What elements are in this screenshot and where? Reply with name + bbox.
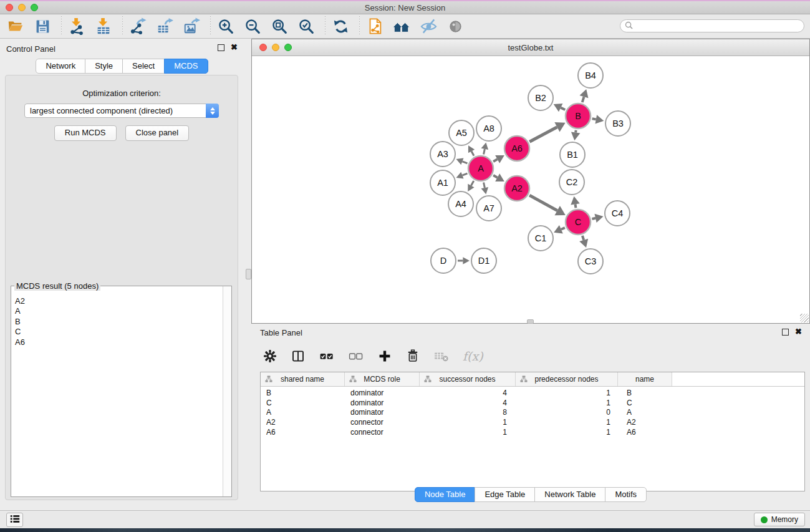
result-list-scrollbar[interactable] (223, 286, 231, 496)
table-row[interactable]: Cdominator41C (261, 399, 804, 409)
column-header-successor-nodes[interactable]: successor nodes (420, 372, 516, 386)
column-header-label: predecessor nodes (534, 375, 598, 384)
network-canvas[interactable]: AA1A2A3A4A5A6A7A8BB1B2B3B4CC1C2C3C4DD1 (252, 56, 809, 323)
table-tab-edge-table[interactable]: Edge Table (475, 487, 535, 502)
table-toolbar: f(x) (263, 344, 483, 368)
column-header-predecessor-nodes[interactable]: predecessor nodes (516, 372, 618, 386)
result-item[interactable]: A6 (15, 337, 223, 347)
edge-B-B2[interactable] (561, 108, 565, 110)
toolbar-search-field[interactable] (620, 19, 804, 32)
shared-column-icon (349, 375, 357, 383)
edge-arrowhead (463, 257, 470, 264)
column-header-name[interactable]: name (618, 372, 672, 386)
table-row[interactable]: A6connector11A6 (261, 428, 804, 438)
edge-A-A5[interactable] (471, 152, 474, 156)
zoom-selected-button[interactable] (297, 17, 316, 36)
tab-mcds[interactable]: MCDS (164, 59, 208, 74)
edge-A-A2[interactable] (493, 175, 498, 178)
graph-node-label-A1: A1 (437, 178, 448, 188)
edge-B-B1[interactable] (576, 130, 576, 133)
export-network-button[interactable] (128, 17, 147, 36)
control-panel-title: Control Panel (6, 44, 55, 54)
edge-C-C4[interactable] (592, 218, 595, 219)
open-file-button[interactable] (6, 17, 25, 36)
left-splitter-handle[interactable] (246, 269, 251, 279)
search-input[interactable] (635, 21, 804, 31)
save-session-button[interactable] (33, 17, 52, 36)
edge-A-A8[interactable] (484, 149, 485, 155)
unselect-all-columns-icon[interactable] (348, 349, 364, 364)
add-column-icon[interactable] (377, 349, 392, 364)
result-item[interactable]: A (15, 306, 223, 316)
zoom-fit-button[interactable] (270, 17, 289, 36)
memory-button[interactable]: Memory (754, 513, 805, 526)
float-panel-icon[interactable] (218, 44, 224, 51)
export-image-button[interactable] (182, 17, 201, 36)
edge-A2-C[interactable] (529, 195, 557, 211)
eye-slash-icon (420, 17, 438, 36)
bottom-splitter-handle[interactable] (527, 319, 534, 324)
criterion-value: largest connected component (directed) (25, 106, 173, 115)
table-cell: A2 (618, 418, 672, 428)
result-item[interactable]: B (15, 317, 223, 327)
close-table-panel-icon[interactable]: ✖ (795, 328, 802, 336)
tab-network[interactable]: Network (36, 59, 85, 74)
column-header-shared-name[interactable]: shared name (261, 372, 345, 386)
result-item[interactable]: C (15, 327, 223, 337)
criterion-dropdown[interactable]: largest connected component (directed) (24, 104, 219, 118)
table-row[interactable]: Adominator80A (261, 408, 804, 418)
edge-C-C2[interactable] (576, 204, 576, 208)
table-row[interactable]: Bdominator41B (261, 389, 804, 399)
settings-gear-icon[interactable] (263, 349, 277, 364)
table-tab-motifs[interactable]: Motifs (605, 487, 647, 502)
app-titlebar: Session: New Session (0, 1, 810, 14)
toolbar-separator (210, 16, 211, 36)
close-panel-icon[interactable]: ✖ (231, 44, 238, 51)
new-network-from-selection-button[interactable] (365, 17, 384, 36)
edge-C-C3[interactable] (582, 236, 584, 240)
task-history-button[interactable] (6, 513, 23, 527)
edge-A-A7[interactable] (484, 183, 485, 188)
import-network-button[interactable] (67, 17, 86, 36)
home-button[interactable] (392, 17, 411, 36)
graph-node-label-C1: C1 (535, 233, 547, 243)
tab-select[interactable]: Select (122, 59, 165, 74)
save-floppy-icon (34, 18, 51, 35)
zoom-out-button[interactable] (243, 17, 262, 36)
hide-selected-button[interactable] (419, 17, 438, 36)
column-header-mcds-role[interactable]: MCDS role (345, 372, 420, 386)
edge-B-B4[interactable] (582, 97, 584, 102)
memory-label: Memory (771, 515, 798, 524)
resize-grip-icon[interactable] (800, 314, 809, 322)
import-network-icon (68, 17, 85, 35)
edge-A-A3[interactable] (462, 162, 467, 163)
float-table-panel-icon[interactable] (782, 329, 789, 336)
edge-A6-B[interactable] (529, 127, 557, 142)
export-table-button[interactable] (155, 17, 174, 36)
edge-C-C1[interactable] (561, 228, 565, 230)
run-mcds-button[interactable]: Run MCDS (54, 125, 117, 141)
edge-A-A4[interactable] (471, 181, 473, 186)
table-tab-node-table[interactable]: Node Table (415, 487, 476, 502)
main-toolbar (0, 14, 810, 39)
tab-style[interactable]: Style (85, 59, 123, 74)
edge-B-B3[interactable] (592, 118, 596, 119)
show-all-button[interactable] (446, 17, 465, 36)
result-item[interactable]: A2 (15, 296, 223, 306)
select-all-columns-icon[interactable] (319, 349, 335, 364)
refresh-button[interactable] (331, 17, 350, 36)
zoom-in-button[interactable] (216, 17, 235, 36)
delete-columns-trash-icon[interactable] (405, 349, 420, 364)
table-tab-network-table[interactable]: Network Table (534, 487, 605, 502)
edge-A-A1[interactable] (462, 173, 467, 175)
optimization-criterion-label: Optimization criterion: (6, 89, 238, 98)
edge-A-A6[interactable] (493, 159, 498, 162)
table-cell: A6 (261, 428, 345, 438)
show-columns-icon[interactable] (291, 349, 306, 364)
function-builder-icon[interactable]: f(x) (463, 349, 483, 363)
mcds-result-group: MCDS result (5 nodes) A2ABCA6 (11, 286, 232, 497)
import-table-button[interactable] (94, 17, 113, 36)
close-panel-button[interactable]: Close panel (125, 125, 190, 141)
table-row[interactable]: A2connector11A2 (261, 418, 804, 428)
delete-table-icon[interactable] (433, 349, 450, 363)
